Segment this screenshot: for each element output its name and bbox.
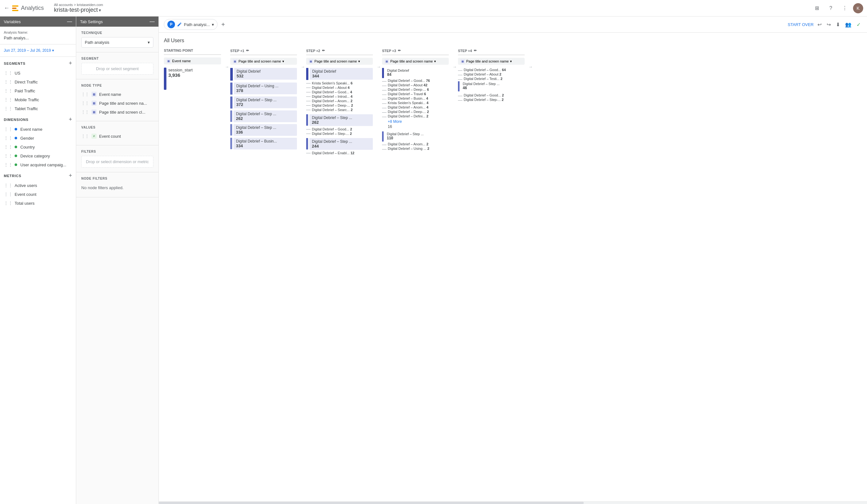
step3-node-1[interactable]: Digital Debrief 84: [382, 68, 449, 78]
logo-bar-2: [12, 8, 17, 9]
step1-node-3[interactable]: Digital Debrief – Step ... 372: [230, 97, 297, 109]
step2-node-2[interactable]: Digital Debrief – Step ... 262: [306, 114, 373, 126]
node-type-event-name[interactable]: ⋮⋮ ▦ Event name: [81, 90, 153, 99]
step1-node-4[interactable]: Digital Debrief – Step ... 262: [230, 110, 297, 122]
share-button[interactable]: 👥: [844, 20, 853, 29]
step3-node-5[interactable]: Digital Debrief – Travel 6: [382, 92, 449, 96]
value-event-count[interactable]: ⋮⋮ # Event count: [81, 132, 153, 141]
step4-node-2[interactable]: Digital Debrief – About 2: [458, 72, 525, 76]
step3-node-2[interactable]: Digital Debrief – Good... 76: [382, 79, 449, 83]
step2-sub-6[interactable]: Digital Debrief – Deep-... 2: [306, 103, 373, 107]
node-type-page-class[interactable]: ⋮⋮ ▦ Page title and screen cl...: [81, 108, 153, 117]
variables-minimize[interactable]: —: [67, 19, 72, 24]
avatar[interactable]: K: [853, 3, 863, 13]
step4-node-3[interactable]: Digital Debrief – Testi... 2: [458, 77, 525, 80]
segment-item-tablet-traffic[interactable]: ⋮⋮ Tablet Traffic: [0, 104, 76, 113]
step2-sub-9[interactable]: Digital Debrief – Step-... 2: [306, 132, 373, 135]
step4-node-4[interactable]: Digital Debrief – Step ... 46: [458, 81, 525, 91]
add-tab-button[interactable]: +: [221, 21, 225, 28]
step-3-edit-icon[interactable]: ✏: [398, 48, 401, 53]
badge-dropdown[interactable]: ▾: [434, 59, 436, 64]
metric-event-count[interactable]: ⋮⋮ Event count: [0, 190, 76, 199]
dimension-user-acquired[interactable]: ⋮⋮ User acquired campaig...: [0, 160, 76, 169]
project-name[interactable]: krista-test-project: [54, 7, 98, 13]
segment-item-paid-traffic[interactable]: ⋮⋮ Paid Traffic: [0, 86, 76, 95]
analysis-toolbar: P Path analysi... ▾ + START OVER ↩ ↪ ⬇ 👥…: [159, 17, 867, 33]
badge-dropdown[interactable]: ▾: [358, 59, 360, 64]
metrics-add-button[interactable]: +: [68, 172, 72, 179]
step3-node-9[interactable]: Digital Debrief – Deep-... 2: [382, 110, 449, 113]
step1-node-2[interactable]: Digital Debrief – Using ... 378: [230, 83, 297, 95]
step2-sub-5[interactable]: Digital Debrief – Anom... 2: [306, 99, 373, 103]
dash: [382, 99, 386, 99]
scrollbar-thumb[interactable]: [159, 502, 584, 504]
step4-node-1[interactable]: Digital Debrief – Good... 64: [458, 68, 525, 72]
analysis-dropdown-icon[interactable]: ▾: [212, 22, 214, 27]
step3-node-8[interactable]: Digital Debrief – Anom... 4: [382, 105, 449, 109]
dimensions-add-button[interactable]: +: [68, 116, 72, 123]
filters-drop-zone[interactable]: Drop or select dimension or metric: [81, 156, 153, 167]
apps-icon[interactable]: ⊞: [811, 2, 823, 14]
shield-button[interactable]: ✓: [855, 20, 862, 29]
segments-add-button[interactable]: +: [68, 60, 72, 67]
more-options-icon[interactable]: ⋮: [839, 2, 850, 14]
help-icon[interactable]: ?: [825, 2, 836, 14]
step2-node-3[interactable]: Digital Debrief – Step ... 244: [306, 138, 373, 150]
metric-active-users[interactable]: ⋮⋮ Active users: [0, 181, 76, 190]
back-button[interactable]: ←: [4, 5, 10, 11]
segment-drop-zone[interactable]: Drop or select segment: [81, 63, 153, 75]
step2-sub-8[interactable]: Digital Debrief – Good... 2: [306, 127, 373, 131]
node-type-page-title[interactable]: ⋮⋮ ▦ Page title and screen na...: [81, 99, 153, 108]
badge-dropdown[interactable]: ▾: [510, 59, 512, 64]
step-3-header: STEP +3 ✏: [382, 48, 449, 55]
step3-node-4[interactable]: Digital Debrief – Deep-... 6: [382, 88, 449, 91]
sub-node: Digital Debrief – Deep-... 2: [312, 103, 373, 107]
metric-total-users[interactable]: ⋮⋮ Total users: [0, 199, 76, 208]
step3-node-6[interactable]: Digital Debrief – Busin... 4: [382, 97, 449, 100]
segment-item-us[interactable]: ⋮⋮ US: [0, 68, 76, 77]
step-3-column: STEP +3 ✏ ▦ Page title and screen name ▾…: [382, 48, 449, 151]
step3-node-3[interactable]: Digital Debrief – About 42: [382, 83, 449, 87]
step3-node-13[interactable]: Digital Debrief – Using ... 2: [382, 147, 449, 151]
date-range[interactable]: Jun 27, 2019 – Jul 26, 2019 ▾: [0, 44, 76, 57]
step1-node-6[interactable]: Digital Debrief – Busin... 334: [230, 138, 297, 150]
step2-sub-7[interactable]: Digital Debrief – Searc... 2: [306, 108, 373, 112]
step3-node-10[interactable]: Digital Debrief – Defini... 2: [382, 114, 449, 118]
analysis-tab[interactable]: P Path analysi... ▾: [164, 19, 217, 30]
technique-select[interactable]: Path analysis ▾: [81, 37, 153, 47]
tab-settings-minimize[interactable]: —: [150, 19, 155, 24]
undo-button[interactable]: ↩: [816, 20, 823, 29]
segment-placeholder: Drop or select segment: [96, 66, 138, 71]
step4-node-5[interactable]: Digital Debrief – Good... 2: [458, 93, 525, 97]
dimension-device-category[interactable]: ⋮⋮ Device category: [0, 151, 76, 160]
step3-node-12[interactable]: Digital Debrief – Anom... 2: [382, 142, 449, 146]
project-dropdown-icon[interactable]: ▾: [99, 8, 101, 13]
horizontal-scrollbar[interactable]: [159, 502, 867, 504]
segment-section: SEGMENT Drop or select segment: [76, 52, 159, 79]
dimension-country[interactable]: ⋮⋮ Country: [0, 143, 76, 151]
step-4-edit-icon[interactable]: ✏: [474, 48, 477, 53]
segment-item-direct-traffic[interactable]: ⋮⋮ Direct Traffic: [0, 77, 76, 86]
start-over-button[interactable]: START OVER: [788, 22, 814, 27]
step2-sub-3[interactable]: Digital Debrief – Good... 4: [306, 90, 373, 94]
badge-dropdown[interactable]: ▾: [282, 59, 284, 64]
step3-node-11[interactable]: Digital Debrief – Step ... 110: [382, 131, 449, 142]
step2-sub-4[interactable]: Digital Debrief – Introd... 4: [306, 95, 373, 98]
starting-node[interactable]: session_start 3,936: [164, 68, 221, 90]
step1-node-1[interactable]: Digital Debrief 532: [230, 68, 297, 80]
step-2-edit-icon[interactable]: ✏: [322, 48, 325, 53]
step2-sub-2[interactable]: Digital Debrief – About 4: [306, 86, 373, 89]
step4-node-6[interactable]: Digital Debrief – Step-... 2: [458, 98, 525, 101]
segment-item-mobile-traffic[interactable]: ⋮⋮ Mobile Traffic: [0, 95, 76, 104]
more-link[interactable]: +8 More: [388, 119, 449, 124]
step-1-edit-icon[interactable]: ✏: [246, 48, 249, 53]
dimension-event-name[interactable]: ⋮⋮ Event name: [0, 125, 76, 134]
step2-node-1[interactable]: Digital Debrief 344: [306, 68, 373, 80]
step1-node-5[interactable]: Digital Debrief – Step ... 336: [230, 124, 297, 136]
redo-button[interactable]: ↪: [825, 20, 832, 29]
dimension-gender[interactable]: ⋮⋮ Gender: [0, 134, 76, 143]
step3-node-7[interactable]: Krista Seiden's Speaki... 4: [382, 101, 449, 105]
step2-sub-1[interactable]: Krista Seiden's Speaki... 6: [306, 81, 373, 85]
step2-sub-10[interactable]: Digital Debrief – Enabl... 12: [306, 151, 373, 155]
download-button[interactable]: ⬇: [835, 20, 841, 29]
